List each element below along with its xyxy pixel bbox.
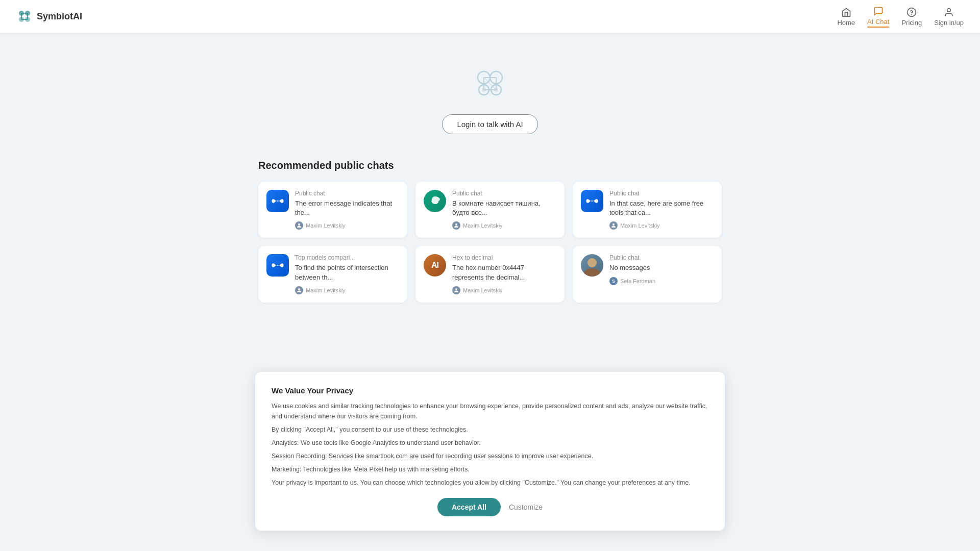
chat-card-4[interactable]: Top models compari... To find the points… — [258, 246, 407, 302]
hero-section: Login to talk with AI — [442, 63, 537, 134]
author-avatar-3 — [609, 221, 618, 230]
chat-content-6: Public chat No messages S Sela Ferdman — [609, 254, 714, 285]
chat-preview-2: В комнате нависает тишина, будто все... — [452, 199, 556, 217]
chat-author-3: Maxim Levitskiy — [609, 221, 714, 230]
chat-card-2[interactable]: Public chat В комнате нависает тишина, б… — [415, 182, 565, 238]
nav-pricing[interactable]: Pricing — [901, 7, 922, 27]
nav-signin-label: Sign in/up — [934, 19, 964, 27]
privacy-session: Session Recording: Services like smartlo… — [272, 451, 708, 461]
chat-type-5: Hex to decimal — [452, 254, 556, 261]
home-icon — [841, 7, 852, 18]
svg-point-24 — [612, 223, 615, 226]
ai-graphic-icon — [470, 63, 510, 104]
svg-point-21 — [494, 88, 498, 92]
nav-home-label: Home — [837, 19, 855, 27]
privacy-body2: By clicking "Accept All," you consent to… — [272, 424, 708, 435]
privacy-banner: We Value Your Privacy We use cookies and… — [255, 372, 725, 531]
author-avatar-5 — [452, 286, 460, 294]
main-nav: Home AI Chat Pricing — [837, 6, 964, 28]
svg-point-22 — [298, 223, 300, 226]
privacy-title: We Value Your Privacy — [272, 386, 708, 395]
chat-preview-6: No messages — [609, 263, 714, 272]
chat-type-6: Public chat — [609, 254, 714, 261]
svg-point-20 — [482, 88, 486, 92]
chat-content-5: Hex to decimal The hex number 0x4447 rep… — [452, 254, 556, 294]
header: SymbiotAI Home AI Chat — [0, 0, 980, 33]
author-avatar-1 — [295, 221, 303, 230]
svg-point-25 — [298, 288, 300, 290]
chat-avatar-3 — [581, 190, 603, 212]
logo[interactable]: SymbiotAI — [16, 8, 82, 24]
author-avatar-6: S — [609, 277, 618, 285]
chat-author-1: Maxim Levitskiy — [295, 221, 399, 230]
chat-author-6: S Sela Ferdman — [609, 277, 714, 285]
chat-type-2: Public chat — [452, 190, 556, 197]
chat-card-6[interactable]: Public chat No messages S Sela Ferdman — [573, 246, 722, 302]
chat-card-3[interactable]: Public chat In that case, here are some … — [573, 182, 722, 238]
privacy-analytics: Analytics: We use tools like Google Anal… — [272, 438, 708, 448]
customize-button[interactable]: Customize — [509, 503, 543, 511]
nav-aichat[interactable]: AI Chat — [867, 6, 889, 28]
chat-grid: Public chat The error message indicates … — [258, 182, 722, 303]
chat-preview-3: In that case, here are some free tools t… — [609, 199, 714, 217]
chat-content-3: Public chat In that case, here are some … — [609, 190, 714, 230]
logo-icon — [16, 8, 33, 24]
login-button[interactable]: Login to talk with AI — [442, 114, 537, 134]
chat-avatar-6 — [581, 254, 603, 277]
brand-name: SymbiotAI — [37, 11, 82, 22]
chat-type-4: Top models compari... — [295, 254, 399, 261]
privacy-marketing: Marketing: Technologies like Meta Pixel … — [272, 464, 708, 474]
accept-all-button[interactable]: Accept All — [437, 498, 501, 516]
nav-aichat-label: AI Chat — [867, 18, 889, 26]
chat-avatar-2 — [424, 190, 446, 212]
privacy-actions: Accept All Customize — [272, 498, 708, 516]
privacy-note: Your privacy is important to us. You can… — [272, 478, 708, 488]
recommended-title: Recommended public chats — [258, 160, 722, 171]
chat-type-3: Public chat — [609, 190, 714, 197]
signin-icon — [943, 7, 954, 18]
chat-preview-4: To find the points of intersection betwe… — [295, 263, 399, 282]
author-avatar-4 — [295, 286, 303, 294]
chat-preview-1: The error message indicates that the... — [295, 199, 399, 217]
svg-point-10 — [947, 8, 951, 12]
chat-avatar-5: AI — [424, 254, 446, 277]
chat-content-4: Top models compari... To find the points… — [295, 254, 399, 294]
chat-author-4: Maxim Levitskiy — [295, 286, 399, 294]
chat-author-5: Maxim Levitskiy — [452, 286, 556, 294]
svg-point-8 — [908, 8, 916, 16]
chat-avatar-1 — [266, 190, 289, 212]
chat-avatar-4 — [266, 254, 289, 277]
svg-point-26 — [455, 288, 457, 290]
chat-author-2: Maxim Levitskiy — [452, 221, 556, 230]
chat-card-5[interactable]: AI Hex to decimal The hex number 0x4447 … — [415, 246, 565, 302]
recommended-section: Recommended public chats Public chat The… — [250, 160, 730, 303]
pricing-icon — [906, 7, 917, 18]
chat-type-1: Public chat — [295, 190, 399, 197]
main-content: Login to talk with AI Recommended public… — [0, 33, 980, 303]
nav-signin[interactable]: Sign in/up — [934, 7, 964, 27]
chat-card-1[interactable]: Public chat The error message indicates … — [258, 182, 407, 238]
author-avatar-2 — [452, 221, 460, 230]
svg-point-28 — [584, 268, 600, 277]
aichat-icon — [873, 6, 884, 17]
chat-content-2: Public chat В комнате нависает тишина, б… — [452, 190, 556, 230]
chat-preview-5: The hex number 0x4447 represents the dec… — [452, 263, 556, 282]
nav-pricing-label: Pricing — [901, 19, 922, 27]
svg-point-23 — [455, 223, 457, 226]
nav-home[interactable]: Home — [837, 7, 855, 27]
svg-point-27 — [587, 258, 597, 267]
chat-content-1: Public chat The error message indicates … — [295, 190, 399, 230]
privacy-body1: We use cookies and similar tracking tech… — [272, 401, 708, 421]
